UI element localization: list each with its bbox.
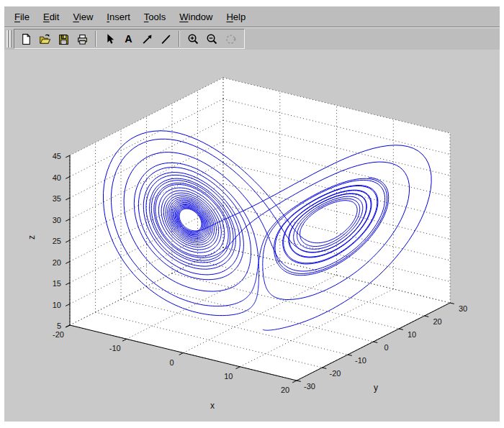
pointer-button[interactable] [101, 30, 118, 47]
tick-label: 40 [53, 173, 61, 182]
zoom-out-icon [206, 33, 218, 45]
menu-mnemonic: I [107, 12, 109, 22]
zoom-in-icon [187, 33, 199, 45]
figure-window: FileEditViewInsertToolsWindowHelp A 5101… [4, 6, 500, 422]
tick-label: -30 [304, 382, 315, 391]
tick-label: 35 [53, 194, 61, 203]
menu-view[interactable]: View [73, 12, 93, 22]
lorenz-plot[interactable]: 51015202530354045-20-1001020-30-20-10010… [4, 50, 500, 422]
tick-label: 20 [433, 317, 441, 326]
menu-bar: FileEditViewInsertToolsWindowHelp [4, 6, 500, 27]
tick-label: 0 [169, 358, 174, 367]
z-axis-label: z [27, 235, 37, 240]
text-annotation-icon: A [122, 33, 135, 45]
save-icon [58, 33, 70, 45]
save-button[interactable] [55, 30, 72, 47]
line-annotation-button[interactable] [157, 30, 174, 47]
print-icon [76, 33, 89, 45]
menu-tools[interactable]: Tools [144, 12, 166, 22]
x-axis-label: x [210, 401, 215, 411]
toolbar-grip[interactable] [6, 30, 12, 47]
menu-mnemonic: V [73, 12, 78, 22]
menu-mnemonic: W [179, 12, 188, 22]
tick-label: 0 [384, 343, 388, 352]
menu-help[interactable]: Help [226, 12, 246, 22]
menu-mnemonic: H [226, 12, 233, 22]
tick-label: 15 [53, 279, 61, 288]
open-folder-icon [39, 33, 51, 45]
arrow-annotation-icon [141, 33, 153, 45]
toolbar-separator [179, 31, 180, 47]
toolbar-panel: A [14, 29, 245, 49]
open-folder-button[interactable] [36, 30, 53, 47]
rotate-3d-button[interactable] [222, 30, 239, 47]
menu-window[interactable]: Window [179, 12, 212, 22]
zoom-in-button[interactable] [184, 30, 202, 47]
y-axis-label: y [374, 383, 378, 393]
tick-label: -10 [109, 344, 121, 352]
tick-label: 20 [53, 258, 61, 267]
text-annotation-button[interactable]: A [120, 30, 137, 47]
menu-mnemonic: E [43, 12, 50, 22]
new-document-icon [20, 33, 32, 45]
tick-label: 30 [53, 216, 61, 224]
tick-label: 5 [57, 322, 61, 330]
tick-label: 10 [408, 330, 416, 339]
menu-file[interactable]: File [14, 12, 30, 22]
axes-background [70, 78, 450, 381]
tick-label: 20 [281, 386, 289, 394]
toolbar: A [4, 28, 500, 50]
pointer-icon [104, 33, 116, 45]
new-document-button[interactable] [17, 30, 35, 47]
rotate-3d-icon [225, 33, 237, 45]
tick-label: -20 [330, 369, 341, 378]
tick-label: -10 [355, 356, 366, 365]
zoom-out-button[interactable] [203, 30, 220, 47]
menu-mnemonic: T [144, 12, 149, 22]
tick-label: -20 [53, 330, 64, 339]
figure-canvas: 51015202530354045-20-1001020-30-20-10010… [4, 50, 500, 422]
line-annotation-icon [160, 33, 172, 45]
tick-label: 10 [53, 301, 61, 309]
menu-mnemonic: F [14, 12, 20, 22]
print-button[interactable] [73, 30, 91, 47]
tick-label: 45 [53, 152, 61, 160]
arrow-annotation-button[interactable] [138, 30, 156, 47]
tick-label: 10 [224, 372, 233, 381]
menu-insert[interactable]: Insert [107, 12, 130, 22]
tick-label: 30 [459, 304, 467, 313]
svg-text:A: A [125, 33, 132, 45]
tick-label: 25 [53, 237, 61, 245]
menu-edit[interactable]: Edit [43, 12, 59, 22]
toolbar-separator [95, 31, 96, 47]
